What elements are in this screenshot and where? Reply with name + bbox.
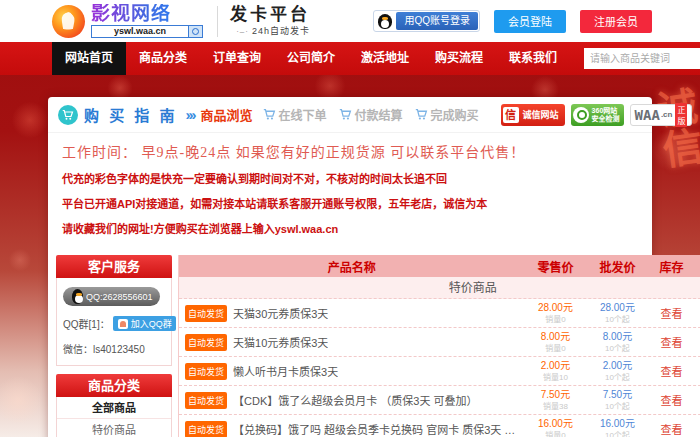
brand-name: 影视网络 xyxy=(91,4,203,23)
brand-url: yswl.waa.cn xyxy=(92,26,188,37)
col-product-name: 产品名称 xyxy=(179,258,524,275)
wholesale-price: 2.00元 xyxy=(586,360,648,371)
min-quantity: 10个起 xyxy=(586,343,648,354)
retail-price: 8.00元 xyxy=(524,331,586,342)
honest-site-badge[interactable]: 信 诚信网站 xyxy=(501,104,565,126)
notice-api: 平台已开通API对接通道，如需对接本站请联系客服开通账号权限，五年老店，诚信为本 xyxy=(62,195,638,211)
main-columns: 客户服务 QQ:2628556601 QQ群[1]： 加入QQ群 xyxy=(48,251,652,437)
product-name[interactable]: 【兑换码】饿了吗 超级会员季卡兑换码 官网卡 质保3天 可叠... xyxy=(233,421,524,437)
table-row: 自动发货【CDK】饿了么超级会员月卡 （质保3天 可叠加） 7.50元销量38 … xyxy=(179,386,700,415)
brand-url-box[interactable]: yswl.waa.cn xyxy=(91,25,203,38)
sales-count: 销量0 xyxy=(524,430,586,437)
min-quantity: 10个起 xyxy=(586,430,648,437)
table-header: 产品名称 零售价 批发价 库存 操作 xyxy=(179,255,700,277)
qq-login-label: 用QQ账号登录 xyxy=(396,12,478,30)
auto-delivery-badge: 自动发货 xyxy=(185,363,227,380)
category-header: 商品分类 xyxy=(56,374,172,397)
qq-contact-button[interactable]: QQ:2628556601 xyxy=(63,287,160,306)
cart-icon xyxy=(339,108,352,121)
step-order[interactable]: 在线下单 xyxy=(263,106,327,123)
col-retail-price: 零售价 xyxy=(524,258,586,275)
col-wholesale-price: 批发价 xyxy=(586,258,648,275)
product-name[interactable]: 天猫30元券质保3天 xyxy=(233,305,328,321)
retail-price: 7.50元 xyxy=(524,389,586,400)
platform-title: 发卡平台 xyxy=(230,6,310,24)
auto-delivery-badge: 自动发货 xyxy=(185,305,227,322)
category-item-special[interactable]: 特价商品 xyxy=(57,419,171,437)
nav-item-about[interactable]: 公司简介 xyxy=(274,42,348,75)
cart-icon xyxy=(58,105,78,125)
view-stock-link[interactable]: 查看 xyxy=(660,366,682,378)
wholesale-price: 16.00元 xyxy=(586,418,648,429)
join-qq-group-button[interactable]: 加入QQ群 xyxy=(113,316,176,331)
phoenix-logo-icon xyxy=(52,5,85,38)
step-complete[interactable]: 完成购买 xyxy=(415,106,479,123)
url-search-icon[interactable] xyxy=(188,26,202,37)
table-row: 自动发货天猫30元券质保3天 28.00元销量0 28.00元10个起 查看 购… xyxy=(179,299,700,328)
honest-seal-icon: 信 xyxy=(503,107,519,123)
group-avatar-icon xyxy=(118,319,128,329)
top-header: 影视网络 yswl.waa.cn 发卡平台 24h自动发卡 用QQ账号登录 会员… xyxy=(0,0,700,42)
category-list: 全部商品 特价商品 代冲专区 爱奇艺视频专区 腾讯视频专区 优酷视频专区 xyxy=(56,397,172,437)
qq-group-label: QQ群[1]： xyxy=(63,316,110,331)
table-row: 自动发货懒人听书月卡质保3天 2.00元销量10 2.00元10个起 查看 购买 xyxy=(179,357,700,386)
retail-price: 28.00元 xyxy=(524,302,586,313)
nav-item-contact[interactable]: 联系我们 xyxy=(496,42,570,75)
safety-check-badge[interactable]: 360网站安全检测 xyxy=(571,104,624,126)
steps-title: 购 买 指 南 xyxy=(84,104,178,125)
customer-service-header: 客户服务 xyxy=(56,255,172,278)
product-name[interactable]: 【CDK】饿了么超级会员月卡 （质保3天 可叠加） xyxy=(233,392,477,408)
platform-subtitle: 24h自动发卡 xyxy=(230,24,310,37)
cart-icon xyxy=(263,108,276,121)
step-browse[interactable]: 商品浏览 xyxy=(201,105,253,124)
wholesale-price: 8.00元 xyxy=(586,331,648,342)
qq-number: QQ:2628556601 xyxy=(86,292,153,302)
nav-item-purchase-flow[interactable]: 购买流程 xyxy=(422,42,496,75)
chevrons-icon: ››› xyxy=(186,106,195,123)
site-logo[interactable]: 影视网络 yswl.waa.cn xyxy=(52,4,203,38)
nav-item-home[interactable]: 网站首页 xyxy=(52,42,126,75)
page-background: 影视网络 yswl.waa.cn 发卡平台 24h自动发卡 用QQ账号登录 会员… xyxy=(0,0,700,437)
wholesale-price: 7.50元 xyxy=(586,389,648,400)
sales-count: 销量38 xyxy=(524,401,586,412)
cart-icon xyxy=(415,108,428,121)
nav-item-categories[interactable]: 商品分类 xyxy=(126,42,200,75)
platform-title-box: 发卡平台 24h自动发卡 xyxy=(217,6,310,37)
magnifier-icon xyxy=(573,107,589,123)
register-button[interactable]: 注册会员 xyxy=(580,10,652,33)
view-stock-link[interactable]: 查看 xyxy=(660,308,682,320)
category-item-all[interactable]: 全部商品 xyxy=(57,397,171,419)
notice-block: 工作时间： 早9点-晚24点 如果您有好的正规货源 可以联系平台代售！ 代充的彩… xyxy=(48,133,652,251)
member-login-button[interactable]: 会员登陆 xyxy=(494,10,566,33)
section-special-offers: 特价商品 xyxy=(179,277,700,299)
main-nav: 网站首页 商品分类 订单查询 公司简介 激活地址 购买流程 联系我们 商品搜索 xyxy=(0,42,700,75)
view-stock-link[interactable]: 查看 xyxy=(660,395,682,407)
waa-genuine-badge[interactable]: WAA .cn 正版 xyxy=(630,104,693,126)
qq-penguin-icon xyxy=(378,14,392,29)
view-stock-link[interactable]: 查看 xyxy=(660,424,682,436)
wechat-id: 微信：ls40123450 xyxy=(63,341,145,356)
customer-service-panel: QQ:2628556601 QQ群[1]： 加入QQ群 微信：ls4012345… xyxy=(56,278,172,366)
table-row: 自动发货【兑换码】饿了吗 超级会员季卡兑换码 官网卡 质保3天 可叠... 16… xyxy=(179,415,700,437)
retail-price: 2.00元 xyxy=(524,360,586,371)
min-quantity: 10个起 xyxy=(586,401,648,412)
view-stock-link[interactable]: 查看 xyxy=(660,337,682,349)
qq-group-row: QQ群[1]： 加入QQ群 xyxy=(63,316,165,331)
wholesale-price: 28.00元 xyxy=(586,302,648,313)
min-quantity: 10个起 xyxy=(586,372,648,383)
notice-recharge-warning: 代充的彩色字体的是快充一定要确认到期时间对不对，不核对的时间太长追不回 xyxy=(62,170,638,186)
step-pay[interactable]: 付款结算 xyxy=(339,106,403,123)
auto-delivery-badge: 自动发货 xyxy=(185,334,227,351)
search-input[interactable] xyxy=(584,48,700,69)
product-name[interactable]: 天猫10元券质保3天 xyxy=(233,334,328,350)
wechat-row: 微信：ls40123450 xyxy=(63,341,165,356)
nav-item-order-query[interactable]: 订单查询 xyxy=(200,42,274,75)
min-quantity: 10个起 xyxy=(586,314,648,325)
qq-login-button[interactable]: 用QQ账号登录 xyxy=(373,10,480,32)
calligraphy-decor: 诚信 xyxy=(647,85,700,171)
product-name[interactable]: 懒人听书月卡质保3天 xyxy=(233,363,338,379)
sales-count: 销量10 xyxy=(524,372,586,383)
retail-price: 16.00元 xyxy=(524,418,586,429)
sales-count: 销量0 xyxy=(524,314,586,325)
nav-item-activation[interactable]: 激活地址 xyxy=(348,42,422,75)
